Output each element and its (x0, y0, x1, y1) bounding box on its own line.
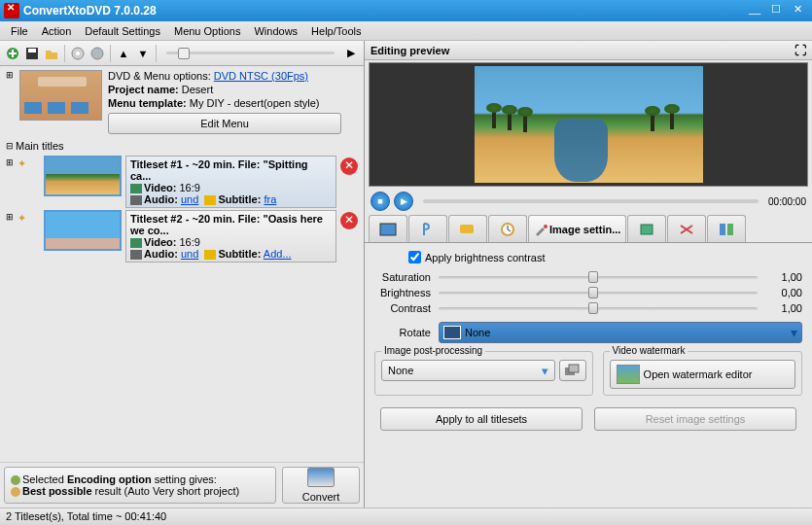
saturation-label: Saturation (374, 271, 431, 283)
down-button[interactable]: ▼ (134, 45, 152, 62)
tab-subtitles[interactable] (448, 215, 487, 242)
tree-expand-root[interactable]: ⊞ (4, 70, 16, 134)
brush-icon (534, 223, 549, 236)
tab-cut[interactable] (667, 215, 706, 242)
titlebar: ConvertXtoDVD 7.0.0.28 __ ☐ ✕ (0, 0, 812, 21)
dvd-options-link[interactable]: DVD NTSC (30Fps) (214, 70, 308, 82)
project-name-value: Desert (182, 84, 213, 95)
preview-title: Editing preview (371, 45, 449, 56)
options-label: DVD & Menu options: (108, 70, 211, 82)
menu-file[interactable]: File (4, 23, 35, 39)
treeview-icon: ✦ (18, 158, 26, 208)
preview-viewport (369, 62, 808, 187)
left-panel: ▲ ▼ ▶ ⊞ DVD & Menu options: DVD NTSC (30… (0, 41, 365, 508)
svg-point-9 (544, 225, 547, 228)
chevron-down-icon: ▾ (791, 325, 797, 340)
svg-rect-11 (720, 224, 725, 235)
right-panel: Editing preview ⛶ ■ ▶ 00:00:00 I (365, 41, 812, 508)
subtitle-icon (204, 195, 216, 205)
rotate-icon (443, 326, 461, 339)
preview-maximize-button[interactable]: ⛶ (794, 44, 806, 57)
stop-button[interactable]: ■ (371, 192, 390, 211)
subtitle-icon (204, 250, 216, 260)
menu-thumbnail[interactable] (19, 70, 102, 121)
postprocessing-dropdown[interactable]: None ▾ (381, 360, 555, 381)
tree-expand-titleset[interactable]: ⊞ (4, 212, 16, 262)
watermark-legend: Video watermark (610, 345, 688, 356)
toolbar: ▲ ▼ ▶ (0, 41, 364, 66)
video-icon (130, 238, 142, 248)
audio-link[interactable]: und (181, 248, 198, 260)
zoom-max-button[interactable]: ▶ (342, 45, 360, 62)
timeline-slider[interactable] (423, 199, 759, 203)
open-button[interactable] (43, 45, 60, 62)
svg-rect-2 (28, 49, 36, 52)
open-watermark-button[interactable]: Open watermark editor (610, 360, 795, 389)
convert-icon (307, 468, 335, 487)
audio-icon (130, 250, 142, 260)
rotate-label: Rotate (374, 327, 431, 338)
svg-rect-12 (727, 224, 733, 235)
project-tree: ⊞ DVD & Menu options: DVD NTSC (30Fps) P… (0, 66, 364, 462)
apply-all-button[interactable]: Apply to all titlesets (380, 407, 583, 431)
contrast-slider[interactable] (439, 307, 758, 310)
chevron-down-icon: ▾ (542, 364, 548, 378)
stack-icon (564, 364, 582, 377)
svg-rect-14 (569, 365, 579, 372)
minimize-button[interactable]: __ (744, 3, 765, 18)
maximize-button[interactable]: ☐ (765, 3, 787, 18)
menu-default-settings[interactable]: Default Settings (78, 23, 167, 39)
titleset-row[interactable]: ⊞ ✦ Titleset #2 - ~20 min. File: "Oasis … (4, 210, 336, 262)
menu-action[interactable]: Action (35, 23, 79, 39)
play-button[interactable]: ▶ (394, 192, 413, 211)
burn-button[interactable] (88, 45, 106, 62)
audio-link[interactable]: und (181, 193, 198, 205)
edit-menu-button[interactable]: Edit Menu (108, 113, 341, 134)
menu-template-value: My DIY - desert(open style) (190, 97, 320, 109)
audio-icon (130, 195, 142, 205)
brightness-slider[interactable] (439, 292, 758, 295)
titleset-thumbnail[interactable] (44, 210, 122, 251)
tab-image-settings[interactable]: Image settin... (528, 215, 626, 242)
disc-button[interactable] (69, 45, 87, 62)
postprocessing-legend: Image post-processing (381, 345, 485, 356)
svg-rect-10 (641, 225, 653, 234)
reset-button[interactable]: Reset image settings (594, 407, 796, 431)
up-button[interactable]: ▲ (115, 45, 132, 62)
add-button[interactable] (4, 45, 21, 62)
svg-rect-6 (380, 224, 396, 235)
menu-windows[interactable]: Windows (247, 23, 304, 39)
menu-help-tools[interactable]: Help/Tools (304, 23, 368, 39)
rotate-dropdown[interactable]: None ▾ (439, 322, 802, 343)
app-icon (4, 3, 19, 18)
saturation-value: 1,00 (765, 271, 802, 283)
save-button[interactable] (23, 45, 41, 62)
titleset-info: Titleset #2 - ~20 min. File: "Oasis here… (125, 210, 336, 262)
enc-indicator-1 (11, 475, 20, 485)
tab-audio[interactable] (408, 215, 447, 242)
delete-titleset-button[interactable]: ✕ (340, 158, 358, 175)
postprocessing-settings-button[interactable] (559, 360, 586, 381)
titleset-thumbnail[interactable] (44, 156, 122, 196)
tree-expand-titleset[interactable]: ⊞ (4, 158, 16, 208)
settings-tabs: Image settin... (365, 214, 812, 243)
apply-brightness-checkbox[interactable] (408, 251, 421, 263)
close-button[interactable]: ✕ (787, 3, 808, 18)
tab-chapters[interactable] (488, 215, 527, 242)
tab-video[interactable] (369, 215, 407, 242)
window-title: ConvertXtoDVD 7.0.0.28 (23, 4, 744, 18)
status-text: 2 Titleset(s), Total time ~ 00:41:40 (6, 510, 166, 522)
convert-button[interactable]: Convert (282, 467, 360, 504)
tree-collapse-titles[interactable]: ⊟ (4, 141, 16, 151)
tab-output[interactable] (627, 215, 666, 242)
titleset-row[interactable]: ⊞ ✦ Titleset #1 - ~20 min. File: "Spitti… (4, 156, 336, 208)
zoom-slider[interactable] (166, 52, 335, 54)
tab-merge[interactable] (707, 215, 746, 242)
delete-titleset-button[interactable]: ✕ (340, 212, 358, 229)
saturation-slider[interactable] (439, 276, 758, 279)
menubar: FileActionDefault SettingsMenu OptionsWi… (0, 21, 812, 41)
subtitle-link[interactable]: fra (264, 193, 276, 205)
subtitle-link[interactable]: Add... (264, 248, 292, 260)
contrast-value: 1,00 (765, 302, 802, 314)
menu-menu-options[interactable]: Menu Options (167, 23, 247, 39)
